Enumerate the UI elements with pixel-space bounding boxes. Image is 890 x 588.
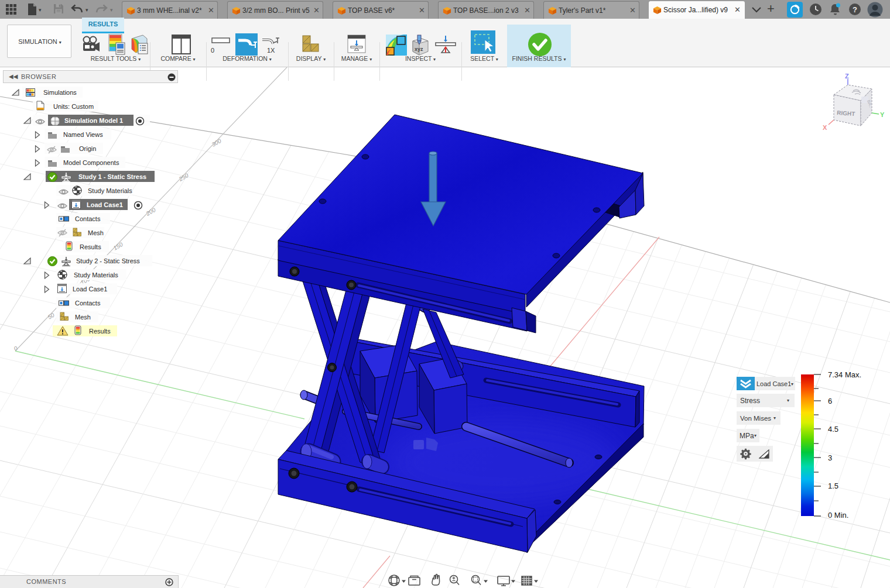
svg-text:?: ? [853,5,857,14]
svg-text:xyz: xyz [415,46,423,52]
svg-text:50: 50 [47,312,56,321]
svg-text:0: 0 [211,47,214,54]
svg-text:Z: Z [845,73,849,80]
svg-text:X: X [823,124,827,131]
svg-text:300: 300 [211,137,222,148]
svg-text:200: 200 [145,207,157,217]
svg-text:1X: 1X [267,47,275,54]
svg-text:RIGHT: RIGHT [837,109,855,117]
svg-text:150: 150 [112,241,124,252]
svg-text:Y: Y [880,111,885,118]
